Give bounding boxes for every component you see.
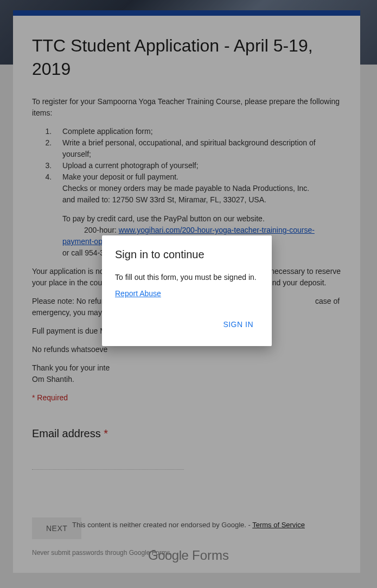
sign-in-button[interactable]: SIGN IN: [218, 316, 259, 333]
report-abuse-link[interactable]: Report Abuse: [115, 289, 161, 298]
signin-modal: Sign in to continue To fill out this for…: [102, 235, 272, 346]
modal-body-text: To fill out this form, you must be signe…: [115, 272, 259, 283]
modal-title: Sign in to continue: [115, 248, 259, 261]
